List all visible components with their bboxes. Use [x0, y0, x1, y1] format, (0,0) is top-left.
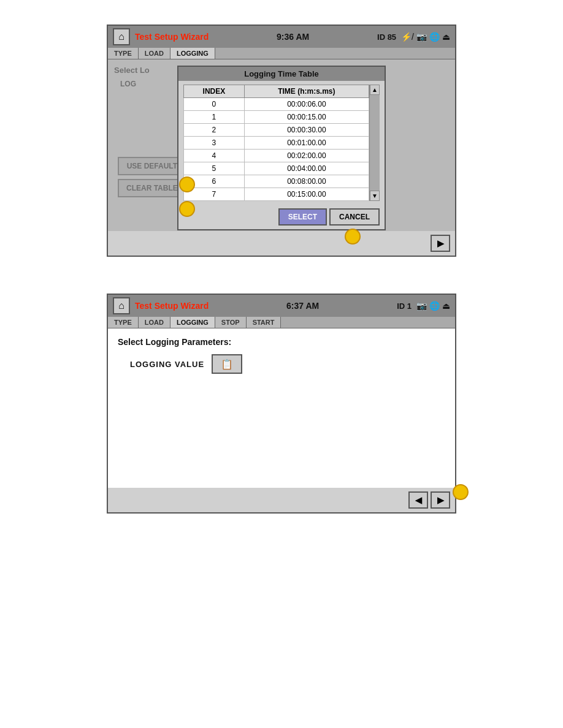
- table-icon: 📋: [221, 358, 233, 370]
- tab-load-1[interactable]: LOAD: [139, 48, 170, 59]
- tab-start-2[interactable]: START: [247, 317, 282, 328]
- home-icon-1: ⌂: [118, 31, 124, 42]
- select-button[interactable]: SELECT: [278, 208, 327, 226]
- table-row[interactable]: 400:02:00.00: [184, 150, 369, 162]
- camera-icon-2: 📷: [416, 301, 427, 311]
- modal-table-wrapper: INDEX TIME (h:m:s.ms) 000:00:06.00 100:0…: [183, 85, 380, 201]
- home-button-2[interactable]: ⌂: [113, 297, 130, 314]
- scroll-up-arrow[interactable]: ▲: [370, 85, 380, 95]
- header-icons-2: 📷 🌐 ⏏: [416, 301, 450, 311]
- tab-type-2[interactable]: TYPE: [108, 317, 139, 328]
- logging-time-table-modal: Logging Time Table INDEX TIME (h:m:s.ms): [177, 66, 386, 230]
- plug-icon-1: ⏏: [442, 32, 450, 42]
- home-button-1[interactable]: ⌂: [113, 28, 130, 45]
- annotation-dot-2a: [453, 484, 469, 500]
- content-area-1: Select Lo LOG USE DEFAULT CLEAR TABLE Lo…: [108, 59, 455, 231]
- annotation-dot-1a: [179, 176, 195, 192]
- header-bar-1: ⌂ Test Setup Wizard 9:36 AM ID 85 ⚡/ 📷 🌐…: [108, 26, 455, 48]
- scroll-track: [370, 95, 380, 191]
- col-index-header: INDEX: [184, 85, 245, 98]
- tab-logging-1[interactable]: LOGGING: [170, 48, 215, 59]
- annotation-dot-1c: [345, 229, 361, 245]
- next-button-2[interactable]: ▶: [431, 491, 450, 509]
- arrow-right-icon-1: ▶: [437, 238, 444, 248]
- header-title-2: Test Setup Wizard: [135, 301, 209, 311]
- modal-title: Logging Time Table: [178, 67, 385, 81]
- header-time-2: 6:37 AM: [213, 301, 392, 311]
- header-bar-2: ⌂ Test Setup Wizard 6:37 AM ID 1 📷 🌐 ⏏: [108, 295, 455, 317]
- select-logging-label: Select Logging Parameters:: [118, 337, 445, 347]
- logging-value-label: LOGGING VALUE: [130, 360, 204, 369]
- globe-icon-2: 🌐: [429, 301, 440, 311]
- tab-row-1: TYPE LOAD LOGGING: [108, 48, 455, 59]
- table-row[interactable]: 100:00:15.00: [184, 111, 369, 124]
- prev-button-2[interactable]: ◀: [408, 491, 428, 509]
- table-with-scrollbar: INDEX TIME (h:m:s.ms) 000:00:06.00 100:0…: [183, 85, 380, 201]
- header-title-1: Test Setup Wizard: [135, 32, 209, 42]
- time-table: INDEX TIME (h:m:s.ms) 000:00:06.00 100:0…: [183, 85, 369, 201]
- table-row[interactable]: 500:04:00.00: [184, 162, 369, 175]
- table-row[interactable]: 200:00:30.00: [184, 124, 369, 137]
- home-icon-2: ⌂: [118, 300, 124, 311]
- next-button-1[interactable]: ▶: [431, 235, 450, 252]
- signal-icon-1: ⚡/: [401, 32, 414, 42]
- cancel-button[interactable]: CANCEL: [329, 208, 380, 226]
- content-area-2: Select Logging Parameters: LOGGING VALUE…: [108, 328, 455, 488]
- header-icons-1: ⚡/ 📷 🌐 ⏏: [401, 32, 450, 42]
- header-time-1: 9:36 AM: [213, 32, 372, 42]
- modal-footer: SELECT CANCEL: [178, 205, 385, 229]
- globe-icon-1: 🌐: [429, 32, 440, 42]
- tab-stop-2[interactable]: STOP: [215, 317, 247, 328]
- logging-value-button[interactable]: 📋: [212, 354, 242, 374]
- table-row[interactable]: 600:08:00.00: [184, 175, 369, 188]
- col-time-header: TIME (h:m:s.ms): [244, 85, 369, 98]
- logging-value-row: LOGGING VALUE 📋: [130, 354, 445, 374]
- table-row[interactable]: 300:01:00.00: [184, 137, 369, 150]
- tab-logging-2[interactable]: LOGGING: [170, 317, 215, 328]
- camera-icon-1: 📷: [416, 32, 427, 42]
- header-id-1: ID 85: [377, 32, 396, 42]
- arrow-left-icon-2: ◀: [415, 495, 422, 505]
- scroll-down-arrow[interactable]: ▼: [370, 191, 380, 201]
- table-row[interactable]: 700:15:00.00: [184, 188, 369, 201]
- tab-load-2[interactable]: LOAD: [139, 317, 170, 328]
- screen-2: ⌂ Test Setup Wizard 6:37 AM ID 1 📷 🌐 ⏏ T…: [107, 294, 456, 514]
- arrow-right-icon-2: ▶: [437, 495, 444, 505]
- nav-buttons-1: ▶: [108, 231, 455, 256]
- header-id-2: ID 1: [397, 301, 412, 311]
- tab-row-2: TYPE LOAD LOGGING STOP START: [108, 317, 455, 328]
- nav-buttons-2: ◀ ▶: [108, 488, 455, 512]
- tab-type-1[interactable]: TYPE: [108, 48, 139, 59]
- modal-overlay: Logging Time Table INDEX TIME (h:m:s.ms): [108, 59, 455, 231]
- annotation-dot-1b: [179, 201, 195, 217]
- table-row[interactable]: 000:00:06.00: [184, 98, 369, 111]
- scroll-column: ▲ ▼: [369, 85, 380, 201]
- plug-icon-2: ⏏: [442, 301, 450, 311]
- screen-1: ⌂ Test Setup Wizard 9:36 AM ID 85 ⚡/ 📷 🌐…: [107, 25, 456, 257]
